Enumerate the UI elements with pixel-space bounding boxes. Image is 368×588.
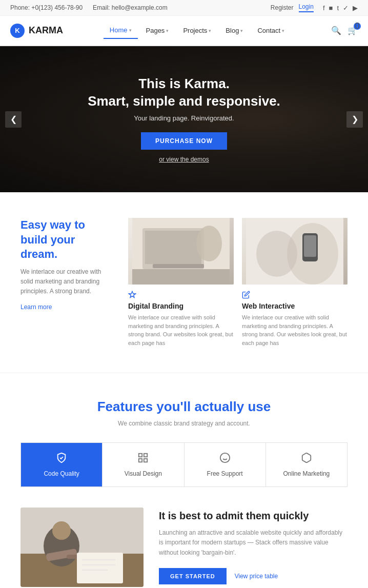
easy-cards: Digital Branding We interlace our creati…	[128, 218, 347, 347]
main-nav: Home ▾ Pages ▾ Projects ▾ Blog ▾ Contact…	[104, 22, 291, 39]
svg-rect-2	[145, 231, 201, 264]
chevron-down-icon: ▾	[240, 28, 243, 33]
easy-text: Easy way to build your dream. We interla…	[21, 218, 113, 311]
tab-online-marketing[interactable]: Online Marketing	[266, 443, 347, 486]
top-bar-right: Register Login f ■ t ✓ ▶	[271, 3, 358, 12]
card2-title: Web Interactive	[242, 302, 347, 310]
phone-text: Phone: +0(123) 456-78-90	[10, 4, 83, 11]
easy-section: Easy way to build your dream. We interla…	[0, 192, 368, 373]
twitter-icon[interactable]: ✓	[343, 4, 349, 12]
register-link[interactable]: Register	[271, 4, 294, 11]
cart-icon-wrapper[interactable]: 🛒 0	[347, 26, 358, 35]
hero-title: This is Karma. Smart, simple and respons…	[88, 75, 280, 110]
svg-rect-13	[144, 454, 147, 457]
instagram-icon[interactable]: ■	[329, 4, 333, 12]
chevron-down-icon: ▾	[166, 28, 169, 33]
feature-text: It is best to admit them quickly Launchi…	[159, 510, 347, 584]
svg-point-22	[52, 521, 71, 540]
svg-rect-12	[139, 454, 142, 457]
nav-projects[interactable]: Projects ▾	[177, 23, 217, 38]
nav-home[interactable]: Home ▾	[104, 22, 138, 39]
purchase-button[interactable]: PURCHASE NOW	[141, 132, 227, 150]
tab-code-quality-label: Code Quality	[44, 470, 79, 477]
header-icons: 🔍 🛒 0	[331, 26, 358, 35]
youtube-icon[interactable]: ▶	[353, 4, 358, 12]
svg-rect-4	[132, 269, 230, 285]
svg-rect-9	[304, 235, 316, 257]
search-icon[interactable]: 🔍	[331, 26, 341, 35]
phone-image	[242, 218, 347, 285]
grid-icon	[109, 452, 177, 466]
tab-online-marketing-label: Online Marketing	[283, 470, 330, 477]
tab-code-quality[interactable]: Code Quality	[21, 443, 103, 486]
card2-icon	[242, 291, 347, 299]
svg-rect-15	[139, 459, 142, 462]
feature-actions: GET STARTED View price table	[159, 568, 347, 584]
features-heading-accent: actually use	[194, 399, 271, 414]
hero-subtitle: Your landing page. Reinvigorated.	[88, 114, 280, 122]
feature-description: Launching an attractive and scalable web…	[159, 528, 347, 558]
top-bar: Phone: +0(123) 456-78-90 Email: hello@ex…	[0, 0, 368, 16]
svg-rect-14	[144, 459, 147, 462]
easy-heading: Easy way to build your dream.	[21, 218, 113, 262]
easy-description: We interlace our creative with solid mar…	[21, 267, 113, 297]
nav-blog[interactable]: Blog ▾	[219, 23, 249, 38]
learn-more-link[interactable]: Learn more	[21, 303, 52, 311]
svg-point-3	[196, 226, 222, 261]
social-links: f ■ t ✓ ▶	[323, 4, 358, 12]
svg-rect-25	[77, 553, 123, 583]
features-heading: Features you'll actually use	[21, 399, 347, 415]
facebook-icon[interactable]: f	[323, 4, 325, 12]
tumblr-icon[interactable]: t	[337, 4, 339, 12]
login-link[interactable]: Login	[299, 3, 314, 12]
tab-visual-design[interactable]: Visual Design	[103, 443, 184, 486]
smile-icon	[191, 452, 259, 466]
hero-section: ❮ This is Karma. Smart, simple and respo…	[0, 46, 368, 192]
hero-next-arrow[interactable]: ❯	[346, 111, 363, 128]
card-web-interactive: Web Interactive We interlace our creativ…	[242, 218, 347, 347]
tab-visual-design-label: Visual Design	[125, 470, 162, 477]
email-text: Email: hello@example.com	[93, 4, 168, 11]
tab-free-support[interactable]: Free Support	[185, 443, 266, 486]
card1-image	[128, 218, 234, 285]
view-demos-link[interactable]: or view the demos	[88, 156, 280, 163]
get-started-button[interactable]: GET STARTED	[159, 568, 227, 584]
easy-heading-accent: dream.	[21, 248, 57, 260]
feature-heading: It is best to admit them quickly	[159, 510, 347, 522]
top-bar-left: Phone: +0(123) 456-78-90 Email: hello@ex…	[10, 4, 168, 11]
svg-point-16	[220, 453, 229, 462]
nav-pages[interactable]: Pages ▾	[140, 23, 175, 38]
logo-text: KARMA	[29, 25, 63, 36]
laptop-image	[128, 218, 234, 285]
box-icon	[272, 452, 341, 466]
chevron-down-icon: ▾	[282, 28, 284, 33]
logo-icon: K	[10, 24, 25, 38]
chevron-down-icon: ▾	[209, 28, 211, 33]
card1-desc: We interlace our creative with solid mar…	[128, 313, 234, 347]
feature-content: It is best to admit them quickly Launchi…	[21, 508, 347, 587]
cart-count: 0	[354, 23, 361, 30]
svg-point-11	[256, 231, 297, 277]
header: K KARMA Home ▾ Pages ▾ Projects ▾ Blog ▾…	[0, 16, 368, 46]
svg-rect-5	[153, 264, 204, 268]
card-digital-branding: Digital Branding We interlace our creati…	[128, 218, 234, 347]
nav-contact[interactable]: Contact ▾	[251, 23, 291, 38]
features-subtitle: We combine classic brand strategy and ac…	[21, 420, 347, 427]
feature-image-inner	[21, 508, 144, 587]
features-section: Features you'll actually use We combine …	[0, 373, 368, 588]
hero-content: This is Karma. Smart, simple and respons…	[88, 75, 280, 163]
card1-title: Digital Branding	[128, 302, 234, 310]
shield-icon	[27, 452, 96, 466]
tab-free-support-label: Free Support	[207, 470, 243, 477]
card1-icon	[128, 291, 234, 299]
logo[interactable]: K KARMA	[10, 24, 63, 38]
card2-desc: We interlace our creative with solid mar…	[242, 313, 347, 347]
feature-tabs: Code Quality Visual Design Free Suppor	[21, 442, 347, 487]
feature-image	[21, 508, 144, 587]
hero-prev-arrow[interactable]: ❮	[5, 111, 22, 128]
chevron-down-icon: ▾	[129, 28, 132, 33]
view-price-table-link[interactable]: View price table	[235, 573, 278, 580]
card2-image	[242, 218, 347, 285]
